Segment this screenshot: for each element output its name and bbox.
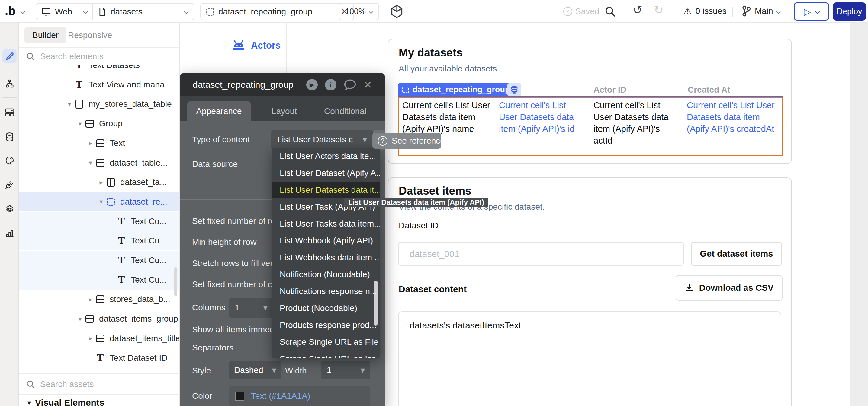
dropdown-option[interactable]: List User Actors data ite... bbox=[272, 148, 380, 165]
undo-button[interactable]: ↺ bbox=[633, 4, 642, 16]
collapse-arrow-icon[interactable]: ▾ bbox=[75, 120, 85, 128]
see-reference-button[interactable]: ? See reference bbox=[372, 133, 441, 149]
separator-color-field[interactable]: Text (#1A1A1A) bbox=[229, 386, 370, 406]
bubble-logo[interactable]: .b bbox=[5, 4, 16, 18]
rail-layout-button[interactable] bbox=[2, 105, 17, 119]
search-icon[interactable] bbox=[604, 5, 616, 18]
selected-element-chip[interactable]: dataset_repeating_group bbox=[398, 83, 514, 96]
tree-item[interactable]: TText Dataset ID bbox=[19, 348, 179, 368]
tab-appearance[interactable]: Appearance bbox=[187, 101, 251, 121]
dataset-content-box[interactable]: datasets's datasetItemsText bbox=[398, 311, 781, 406]
dropdown-option[interactable]: List User Tasks data item... bbox=[272, 215, 380, 232]
preview-element-icon[interactable]: ▶ bbox=[306, 79, 318, 91]
dropdown-option[interactable]: Scrape Single URL as File ... bbox=[272, 334, 380, 350]
rail-design-button[interactable] bbox=[2, 49, 17, 63]
info-icon[interactable]: i bbox=[325, 79, 336, 91]
collapse-arrow-icon[interactable]: ▾ bbox=[86, 159, 96, 167]
tree-item[interactable]: ▾Group bbox=[19, 114, 179, 133]
group-element-icon bbox=[96, 295, 105, 303]
separator-style-dropdown[interactable]: Dashed ▼ bbox=[229, 361, 281, 379]
dropdown-option[interactable]: List Webhook (Apify API) bbox=[272, 232, 380, 249]
dataset-id-input[interactable]: dataset_001 bbox=[398, 242, 684, 266]
collapse-arrow-icon[interactable]: ▾ bbox=[75, 315, 85, 323]
dropdown-option[interactable]: Notification (Nocodable) bbox=[272, 266, 380, 283]
gear-icon bbox=[5, 205, 14, 214]
search-assets-field[interactable]: Search assets bbox=[19, 373, 179, 394]
platform-selector[interactable]: Web bbox=[36, 4, 93, 20]
tree-item[interactable]: ▾my_stores_data_table bbox=[19, 94, 179, 114]
comment-icon[interactable] bbox=[344, 79, 356, 91]
tree-item[interactable]: ▸dataset_items_in... bbox=[19, 368, 179, 373]
group-element-icon bbox=[96, 159, 105, 167]
tree-item[interactable]: ▸stores_data_b... bbox=[19, 290, 179, 309]
expand-arrow-icon[interactable]: ▸ bbox=[96, 178, 106, 186]
tab-conditional[interactable]: Conditional bbox=[313, 101, 377, 121]
table-cell[interactable]: Current cell's List User Datasets data i… bbox=[402, 100, 494, 135]
branch-selector[interactable]: Main bbox=[741, 5, 780, 17]
zoom-selector[interactable]: 100% bbox=[339, 3, 379, 20]
dropdown-option[interactable]: Notifications response n... bbox=[272, 283, 380, 300]
redo-button[interactable]: ↻ bbox=[654, 4, 663, 16]
download-csv-button[interactable]: Download as CSV bbox=[676, 275, 782, 301]
tab-builder[interactable]: Builder bbox=[25, 27, 66, 43]
dropdown-option[interactable]: Scrape Single URL as Iso... bbox=[272, 350, 380, 358]
table-cell[interactable]: Current cell's List User Datasets data i… bbox=[593, 100, 681, 146]
tree-item-label: dataset_items_title bbox=[110, 334, 179, 343]
expand-arrow-icon[interactable]: ▸ bbox=[86, 139, 96, 147]
table-cell[interactable]: Current cell's List User Datasets data i… bbox=[687, 100, 784, 135]
search-icon bbox=[26, 52, 35, 61]
database-icon bbox=[5, 132, 14, 142]
tree-item[interactable]: ▸dataset_ta... bbox=[19, 173, 179, 192]
logo-menu-button[interactable] bbox=[21, 9, 25, 14]
rail-logs-button[interactable] bbox=[2, 226, 17, 240]
cols-element-icon bbox=[106, 178, 115, 187]
tree-item[interactable]: TText Datasets bbox=[19, 65, 179, 75]
type-of-content-dropdown[interactable]: List User Datasets c ▼ bbox=[271, 130, 373, 149]
tree-item[interactable]: ▾dataset_re... bbox=[19, 192, 179, 211]
open-tab[interactable]: dataset_repeating_group ✕ bbox=[200, 3, 354, 20]
issues-indicator[interactable]: ⚠ 0 issues bbox=[683, 5, 726, 17]
rail-plugins-button[interactable] bbox=[2, 177, 17, 192]
separator-width-dropdown[interactable]: 1 ▼ bbox=[321, 361, 370, 379]
deploy-button[interactable]: Deploy bbox=[833, 2, 866, 21]
rail-data-button[interactable] bbox=[2, 130, 17, 144]
close-icon[interactable]: ✕ bbox=[364, 79, 372, 91]
table-cell[interactable]: Current cell's List User Datasets data i… bbox=[499, 100, 585, 135]
tree-item[interactable]: TText Cu... bbox=[19, 212, 179, 231]
columns-stepper[interactable]: 1 ▼ bbox=[229, 298, 273, 317]
tree-item[interactable]: ▾dataset_items_group bbox=[19, 309, 179, 329]
property-editor-header[interactable]: dataset_repeating_group ▶ i ✕ bbox=[180, 73, 385, 96]
expand-arrow-icon[interactable]: ▸ bbox=[86, 296, 96, 303]
type-of-content-label: Type of content bbox=[192, 130, 250, 149]
tree-scrollbar[interactable] bbox=[174, 267, 177, 296]
component-cube-icon[interactable] bbox=[390, 4, 403, 19]
sidebar-item-actors[interactable]: Actors bbox=[231, 40, 281, 51]
tree-item[interactable]: TText Cu... bbox=[19, 270, 179, 290]
tree-item[interactable]: TText Cu... bbox=[19, 231, 179, 250]
data-source-chip[interactable] bbox=[507, 83, 521, 96]
rail-settings-button[interactable] bbox=[2, 202, 17, 216]
tree-item[interactable]: ▸dataset_items_title bbox=[19, 329, 179, 348]
preview-button[interactable]: ▷ bbox=[794, 2, 829, 21]
search-elements-field[interactable]: Search elements bbox=[19, 48, 179, 65]
tab-layout[interactable]: Layout bbox=[255, 101, 313, 121]
git-branch-icon bbox=[741, 5, 751, 17]
collapse-arrow-icon[interactable]: ▾ bbox=[64, 100, 74, 108]
tree-item[interactable]: ▾dataset_table... bbox=[19, 153, 179, 173]
visual-elements-section[interactable]: ▾ Visual Elements bbox=[19, 394, 179, 406]
page-selector[interactable]: datasets bbox=[93, 4, 194, 20]
dropdown-option[interactable]: List User Dataset (Apify A... bbox=[272, 165, 380, 181]
dropdown-option[interactable]: List Webhooks data item ... bbox=[272, 249, 380, 266]
tree-item[interactable]: TText Cu... bbox=[19, 251, 179, 270]
rail-hierarchy-button[interactable] bbox=[2, 76, 17, 91]
tab-responsive[interactable]: Responsive bbox=[64, 27, 116, 43]
expand-arrow-icon[interactable]: ▸ bbox=[86, 335, 96, 342]
dropdown-option[interactable]: Product (Nocodable) bbox=[272, 300, 380, 317]
tree-item[interactable]: TText View and mana... bbox=[19, 75, 179, 94]
tree-item[interactable]: ▸Text bbox=[19, 134, 179, 153]
dropdown-option[interactable]: Products response prod... bbox=[272, 317, 380, 334]
rail-styles-button[interactable] bbox=[2, 153, 17, 167]
collapse-arrow-icon[interactable]: ▾ bbox=[96, 198, 106, 205]
dropdown-option[interactable]: List User Datasets data it... bbox=[272, 181, 380, 199]
get-dataset-items-button[interactable]: Get dataset items bbox=[691, 242, 782, 266]
